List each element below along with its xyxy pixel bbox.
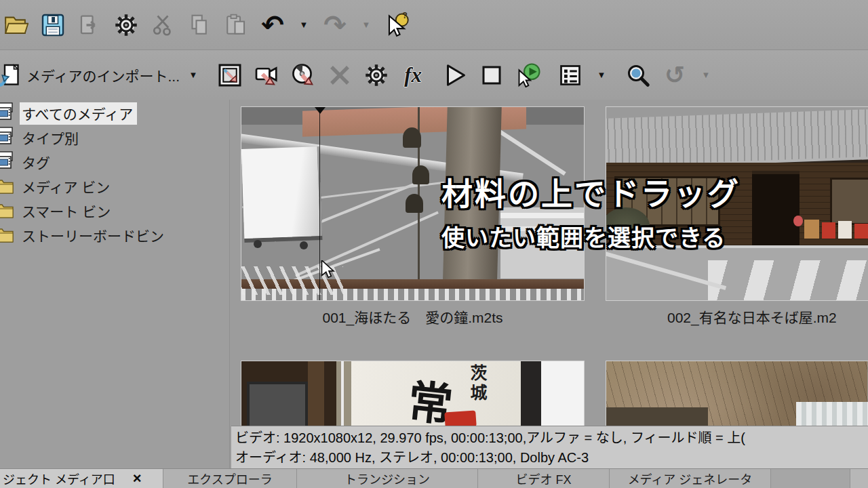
photo-region <box>300 241 308 249</box>
sidebar-item-tags[interactable]: タグ <box>0 150 229 174</box>
sidebar-item-by-type[interactable]: タイプ別 <box>0 125 229 150</box>
video-info-line: ビデオ: 1920x1080x12, 29.970 fps, 00:00:13;… <box>235 428 868 448</box>
tab-label: エクスプローラ <box>187 470 272 487</box>
media-toolbar: メディアのインポート... ▼ fx <box>0 50 868 100</box>
play-button[interactable] <box>443 59 467 92</box>
capture-video-button[interactable] <box>254 59 279 92</box>
photo-waterfall <box>796 402 868 429</box>
tab-video-fx[interactable]: ビデオ FX <box>478 469 610 488</box>
media-thumbnail-001[interactable] <box>241 107 584 300</box>
extract-audio-button[interactable] <box>291 59 315 92</box>
views-button[interactable] <box>558 59 583 92</box>
tab-label: トランジション <box>344 470 430 487</box>
sidebar-item-label: タイプ別 <box>20 127 83 149</box>
sidebar-item-label: メディア ビン <box>20 176 114 198</box>
photo-crosswalk <box>708 260 868 300</box>
media-filename[interactable]: 002_有名な日本そば屋.m2 <box>667 306 837 327</box>
properties-button[interactable] <box>114 9 138 41</box>
search-icon <box>626 63 650 87</box>
refresh-icon: ↺ <box>665 63 685 87</box>
tab-label: ビデオ FX <box>515 470 571 487</box>
redo-button[interactable]: ↷ <box>323 9 347 41</box>
sidebar-item-storyboard-bin[interactable]: ストーリーボードビン <box>0 223 229 247</box>
sidebar-item-label: スマート ビン <box>20 200 115 222</box>
photo-bell <box>412 165 429 184</box>
photo-flowers <box>793 216 803 226</box>
scissors-icon <box>151 13 175 37</box>
media-filename[interactable]: 001_海ほたる 愛の鐘.m2ts <box>241 306 584 327</box>
copy-icon <box>187 13 212 37</box>
sidebar-item-label: ストーリーボードビン <box>20 224 168 247</box>
stop-button[interactable] <box>479 59 504 92</box>
views-dropdown[interactable]: ▼ <box>595 70 608 80</box>
tab-project-media[interactable]: ジェクト メディア口 × <box>0 469 163 488</box>
photo-goods <box>822 222 835 239</box>
capture-frame-button[interactable] <box>218 59 242 92</box>
photo-goods <box>854 224 868 239</box>
media-properties-button[interactable] <box>364 59 389 92</box>
gear-icon <box>364 63 389 87</box>
cut-button[interactable] <box>151 9 175 41</box>
folder-icon <box>0 176 12 197</box>
sidebar-item-all-media[interactable]: すべてのメディア <box>0 101 229 125</box>
media-fx-button[interactable]: fx <box>401 59 425 92</box>
search-button[interactable] <box>626 59 650 92</box>
media-clips-icon <box>0 127 12 148</box>
stop-icon <box>479 63 504 87</box>
redo-icon: ↷ <box>323 13 347 37</box>
photo-goods <box>838 221 852 239</box>
tab-scroll-region[interactable] <box>850 469 868 488</box>
scrub-marker-triangle[interactable] <box>315 107 326 114</box>
save-icon <box>41 13 65 37</box>
media-clips-icon <box>0 102 12 124</box>
tab-media-generators[interactable]: メディア ジェネレータ <box>610 469 771 488</box>
photo-banner-kanji-side: 茨城 <box>465 364 490 403</box>
media-thumbnail-002[interactable] <box>606 107 868 300</box>
media-clips-icon <box>0 151 12 173</box>
photo-truck <box>241 146 322 239</box>
paste-button[interactable] <box>224 9 248 41</box>
help-question-glyph: ? <box>402 10 408 20</box>
import-media-button[interactable] <box>0 59 21 92</box>
sidebar-item-label: タグ <box>20 151 54 174</box>
tab-explorer[interactable]: エクスプローラ <box>163 469 297 488</box>
folder-icon <box>0 200 12 222</box>
sidebar-item-media-bin[interactable]: メディア ビン <box>0 174 229 199</box>
import-media-icon <box>0 63 21 87</box>
gear-icon <box>114 13 138 37</box>
photo-region <box>254 240 262 248</box>
export-icon <box>77 13 102 37</box>
sidebar-item-smart-bin[interactable]: スマート ビン <box>0 199 229 223</box>
photo-window <box>830 178 868 225</box>
tab-label: メディア ジェネレータ <box>628 470 753 487</box>
help-button[interactable]: ? <box>385 9 410 41</box>
photo-region <box>500 213 584 218</box>
photo-goods <box>804 220 819 239</box>
redo-dropdown[interactable]: ▼ <box>359 20 373 30</box>
refresh-button[interactable]: ↺ <box>663 59 687 92</box>
undo-button[interactable]: ↶ <box>260 9 285 41</box>
bins-sidebar: すべてのメディア タイプ別 タグ メディア ビン スマート ビン ストーリーボー… <box>0 100 229 469</box>
undo-icon: ↶ <box>261 13 284 37</box>
tab-transitions[interactable]: トランジション <box>297 469 478 488</box>
main-toolbar: ↶ ▼ ↷ ▼ ? <box>0 0 868 50</box>
project-media-window: ↶ ▼ ↷ ▼ ? メディアのインポート... ▼ <box>0 0 868 488</box>
tab-bar-spacer <box>771 469 850 488</box>
undo-dropdown[interactable]: ▼ <box>297 20 311 30</box>
x-icon <box>328 63 352 87</box>
folder-icon <box>0 224 12 246</box>
copy-button[interactable] <box>187 9 212 41</box>
video-camera-icon <box>254 63 279 87</box>
import-media-label[interactable]: メディアのインポート... <box>26 65 180 85</box>
open-button[interactable] <box>4 9 28 41</box>
import-media-dropdown[interactable]: ▼ <box>186 70 200 80</box>
refresh-dropdown[interactable]: ▼ <box>699 70 713 80</box>
save-button[interactable] <box>41 9 65 41</box>
export-button[interactable] <box>77 9 102 41</box>
auto-preview-cursor-icon <box>516 63 540 87</box>
tab-close-icon[interactable]: × <box>133 470 142 487</box>
auto-preview-button[interactable] <box>516 59 540 92</box>
disc-icon <box>291 63 315 87</box>
media-info-status-bar: ビデオ: 1920x1080x12, 29.970 fps, 00:00:13;… <box>231 426 868 469</box>
remove-media-button[interactable] <box>328 59 352 92</box>
